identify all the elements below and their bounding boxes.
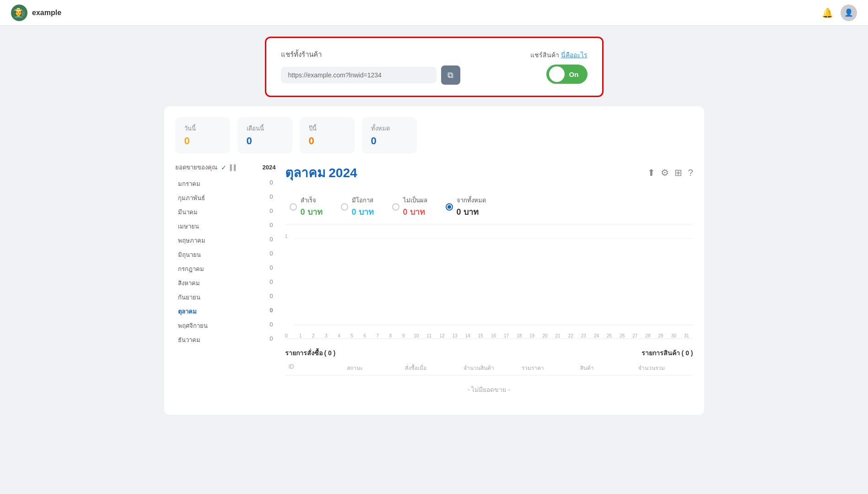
no-data-label: - ไม่มียอดขาย - xyxy=(285,375,693,404)
month-name: สิงหาคม xyxy=(178,278,200,288)
sidebar-month-january[interactable]: มกราคม 0 xyxy=(175,177,276,191)
sidebar-month-june[interactable]: มิถุนายน 0 xyxy=(175,248,276,262)
month-value: 0 xyxy=(270,179,273,189)
sidebar-month-august[interactable]: สิงหาคม 0 xyxy=(175,276,276,290)
stat-year-value: 0 xyxy=(309,135,345,147)
stat-today: วันนี้ 0 xyxy=(175,117,230,153)
month-name: ตุลาคม xyxy=(178,307,197,316)
month-value: 0 xyxy=(270,293,273,302)
month-name: ธันวาคม xyxy=(178,335,200,345)
table-header: ID สถานะ สั่งซื้อเมื่อ จำนวนสินค้า รวมรา… xyxy=(285,364,693,375)
filter-all[interactable]: จากทั้งหมด 0 บาท xyxy=(441,190,500,224)
sidebar: ยอดขายของคุณ ✓ ▌▌ 2024 มกราคม 0 กุมภาพัน… xyxy=(175,163,276,404)
month-name: มีนาคม xyxy=(178,207,198,217)
bell-icon[interactable]: 🔔 xyxy=(822,7,833,18)
month-name: เมษายน xyxy=(178,222,199,231)
filter-no-result[interactable]: ไม่เป็นผล 0 บาท xyxy=(388,190,441,224)
navbar-left: 🧑‍🌾 example xyxy=(11,5,61,21)
month-name: กรกฎาคม xyxy=(178,264,204,274)
col-id: ID xyxy=(289,364,340,372)
month-name: พฤศจิกายน xyxy=(178,321,208,331)
filter-no-result-content: ไม่เป็นผล 0 บาท xyxy=(403,195,427,218)
col-status: สถานะ xyxy=(347,364,398,372)
col-qty: จำนวนสินค้า xyxy=(464,364,514,372)
logo-emoji: 🧑‍🌾 xyxy=(14,7,25,18)
month-value: 0 xyxy=(270,264,273,274)
month-title: ตุลาคม 2024 xyxy=(285,163,357,183)
toggle-circle xyxy=(549,66,565,82)
navbar-logo: 🧑‍🌾 xyxy=(11,5,27,21)
products-section-title: รายการสินค้า ( 0 ) xyxy=(642,348,693,358)
filter-opportunity-content: มีโอกาส 0 บาท xyxy=(352,195,374,218)
navbar-title: example xyxy=(32,9,61,17)
filter-success[interactable]: สำเร็จ 0 บาท xyxy=(285,190,336,224)
month-value: 0 xyxy=(270,193,273,203)
sidebar-year: 2024 xyxy=(263,164,276,171)
stat-today-value: 0 xyxy=(184,135,221,147)
check-icon: ✓ xyxy=(221,164,226,171)
filter-all-content: จากทั้งหมด 0 บาท xyxy=(457,195,486,218)
section-headers: รายการสั่งซื้อ ( 0 ) รายการสินค้า ( 0 ) xyxy=(285,348,693,358)
avatar[interactable]: 👤 xyxy=(841,5,857,21)
sidebar-month-february[interactable]: กุมภาพันธ์ 0 xyxy=(175,191,276,205)
copy-icon: ⧉ xyxy=(447,71,453,80)
month-value: 0 xyxy=(270,250,273,260)
sidebar-month-october[interactable]: ตุลาคม 0 xyxy=(175,304,276,319)
col-product: สินค้า xyxy=(580,364,631,372)
sidebar-header-label: ยอดขายของคุณ xyxy=(175,163,217,172)
sidebar-month-april[interactable]: เมษายน 0 xyxy=(175,219,276,233)
share-panel-right: แชร์สินค้า นี่คืออะไร On xyxy=(530,50,588,84)
month-value: 0 xyxy=(270,307,273,316)
main-panel: ตุลาคม 2024 ⬆ ⚙ ⊞ ? สำเร็จ 0 บาท xyxy=(285,163,693,404)
grid-icon[interactable]: ⊞ xyxy=(674,167,682,178)
stat-month: เดือนนี้ 0 xyxy=(237,117,292,153)
radio-success xyxy=(290,203,297,211)
copy-button[interactable]: ⧉ xyxy=(441,65,460,85)
radio-no-result xyxy=(392,203,399,211)
sidebar-month-september[interactable]: กันยายน 0 xyxy=(175,290,276,304)
stat-all-value: 0 xyxy=(371,135,408,147)
stat-year-label: ปีนี้ xyxy=(309,124,345,133)
col-price: รวมราคา xyxy=(522,364,572,372)
sidebar-header: ยอดขายของคุณ ✓ ▌▌ 2024 xyxy=(175,163,276,172)
share-right-label: แชร์สินค้า นี่คืออะไร xyxy=(530,50,588,60)
share-url-input[interactable] xyxy=(281,67,437,83)
sidebar-month-november[interactable]: พฤศจิกายน 0 xyxy=(175,319,276,333)
orders-section-title: รายการสั่งซื้อ ( 0 ) xyxy=(285,348,336,358)
stat-month-label: เดือนนี้ xyxy=(247,124,283,133)
sidebar-month-may[interactable]: พฤษภาคม 0 xyxy=(175,233,276,248)
dashboard-card: วันนี้ 0 เดือนนี้ 0 ปีนี้ 0 ทั้งหมด 0 ยอ… xyxy=(164,106,704,415)
chart-y-top: 1 xyxy=(285,233,288,239)
settings-icon[interactable]: ⚙ xyxy=(661,167,669,178)
navbar-right: 🔔 👤 xyxy=(822,5,857,21)
col-ordered: สั่งซื้อเมื่อ xyxy=(405,364,456,372)
main-panel-header: ตุลาคม 2024 ⬆ ⚙ ⊞ ? xyxy=(285,163,693,183)
toggle-label: On xyxy=(569,71,579,78)
share-url-row: ⧉ xyxy=(281,65,530,85)
upload-icon[interactable]: ⬆ xyxy=(647,167,655,178)
avatar-emoji: 👤 xyxy=(844,8,853,17)
month-name: พฤษภาคม xyxy=(178,236,205,245)
share-product-label: แชร์สินค้า xyxy=(530,50,559,60)
stat-today-label: วันนี้ xyxy=(184,124,221,133)
month-name: มิถุนายน xyxy=(178,250,201,260)
radio-all xyxy=(446,203,453,211)
sidebar-month-list: มกราคม 0 กุมภาพันธ์ 0 มีนาคม 0 เมษายน 0 xyxy=(175,177,276,347)
month-value: 0 xyxy=(270,335,273,345)
month-value: 0 xyxy=(270,236,273,245)
content-split: ยอดขายของคุณ ✓ ▌▌ 2024 มกราคม 0 กุมภาพัน… xyxy=(175,163,693,404)
help-icon[interactable]: ? xyxy=(688,168,693,178)
filter-opportunity[interactable]: มีโอกาส 0 บาท xyxy=(336,190,388,224)
stat-all: ทั้งหมด 0 xyxy=(362,117,417,153)
sidebar-month-july[interactable]: กรกฎาคม 0 xyxy=(175,262,276,276)
sidebar-month-december[interactable]: ธันวาคม 0 xyxy=(175,333,276,347)
share-what-link[interactable]: นี่คืออะไร xyxy=(561,50,588,60)
status-filter-row: สำเร็จ 0 บาท มีโอกาส 0 บาท xyxy=(285,190,693,224)
share-panel-label: แชร์ทั้งร้านค้า xyxy=(281,49,530,60)
filter-success-content: สำเร็จ 0 บาท xyxy=(301,195,323,218)
month-value: 0 xyxy=(270,278,273,288)
share-toggle[interactable]: On xyxy=(546,65,588,84)
sidebar-month-march[interactable]: มีนาคม 0 xyxy=(175,205,276,219)
month-name: กุมภาพันธ์ xyxy=(178,193,205,203)
stats-row: วันนี้ 0 เดือนนี้ 0 ปีนี้ 0 ทั้งหมด 0 xyxy=(175,117,693,153)
